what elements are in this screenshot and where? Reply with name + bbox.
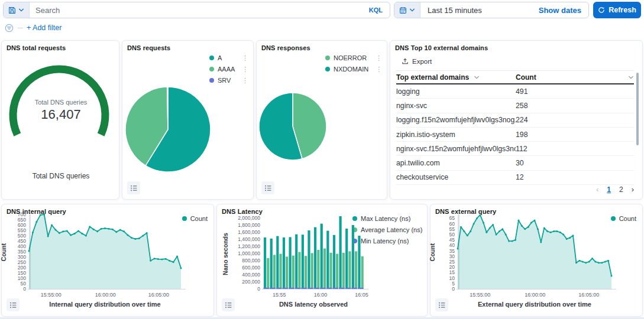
- table-row[interactable]: checkoutservice12: [396, 171, 634, 185]
- time-picker: Last 15 minutes Show dates: [394, 2, 589, 18]
- data-point: [70, 235, 72, 236]
- add-filter-button[interactable]: + Add filter: [27, 24, 62, 32]
- column-header-domains[interactable]: Top external domains: [396, 73, 516, 82]
- data-point: [146, 232, 148, 234]
- filter-bar: + Add filter: [0, 21, 644, 34]
- panel-top-external-domains: DNS Top 10 external domains Export Top e…: [390, 40, 643, 200]
- data-point: [572, 235, 574, 236]
- bar-max-latency: [314, 227, 316, 289]
- bar-min-latency: [314, 288, 320, 289]
- search-input[interactable]: [30, 6, 362, 15]
- x-tick-label: 16:05:00: [578, 292, 599, 298]
- y-tick-label: 50: [449, 232, 455, 237]
- table-scrollbar[interactable]: [636, 73, 639, 145]
- table-row[interactable]: nginx-svc.f15n2womfujehfjlwv0lgs3no...11…: [396, 142, 634, 156]
- page-2-button[interactable]: 2: [619, 185, 623, 194]
- panel-dns-external-query: DNS external query Count Count 051015202…: [430, 204, 643, 317]
- page-1-button[interactable]: 1: [607, 185, 611, 194]
- refresh-button[interactable]: Refresh: [593, 2, 641, 18]
- data-point: [540, 241, 542, 243]
- data-point: [473, 223, 475, 224]
- bar-max-latency: [276, 236, 279, 289]
- export-button[interactable]: Export: [402, 58, 432, 65]
- data-point: [578, 260, 580, 262]
- cell-domain: logging.f15n2womfujehfjlwv0lgs3nog....: [396, 116, 516, 124]
- data-point: [150, 260, 151, 262]
- saved-query-menu[interactable]: [4, 2, 30, 18]
- data-point: [89, 226, 90, 227]
- export-icon: [402, 58, 409, 65]
- y-tick-label: 65: [449, 215, 455, 221]
- legend-toggle-button[interactable]: [261, 181, 274, 194]
- bar-max-latency: [339, 216, 342, 289]
- y-tick-label: 350: [18, 249, 26, 255]
- data-point: [115, 231, 117, 233]
- gauge-value: 16,407: [2, 107, 120, 122]
- bar-average-latency: [292, 256, 295, 289]
- y-tick-label: 10: [449, 275, 455, 281]
- bar-min-latency: [289, 288, 295, 289]
- requests-pie-chart[interactable]: [122, 41, 254, 200]
- legend-toggle-button[interactable]: [435, 298, 448, 311]
- column-header-count[interactable]: Count: [516, 73, 634, 82]
- panel-dns-requests: DNS requests A ⋮ AAAA ⋮ SRV ⋮: [122, 40, 254, 200]
- table-row[interactable]: logging.f15n2womfujehfjlwv0lgs3nog....22…: [396, 113, 634, 128]
- bar-average-latency: [329, 253, 332, 289]
- data-point: [501, 228, 503, 230]
- data-point: [566, 238, 568, 240]
- data-point: [81, 233, 83, 235]
- cell-count: 198: [516, 131, 634, 139]
- show-dates-button[interactable]: Show dates: [532, 6, 588, 15]
- next-page-button[interactable]: ›: [632, 185, 634, 194]
- data-point: [457, 248, 459, 249]
- panel-dns-responses: DNS responses NOERROR ⋮ NXDOMAIN ⋮: [256, 40, 387, 200]
- data-point: [517, 220, 519, 222]
- y-tick-label: 200,000: [242, 279, 260, 285]
- y-tick-label: 5: [452, 281, 455, 287]
- panel-title: DNS Top 10 external domains: [395, 44, 488, 51]
- data-point: [546, 230, 548, 232]
- responses-pie-chart[interactable]: [257, 41, 388, 200]
- y-tick-label: 500: [18, 233, 26, 239]
- table-row[interactable]: api.twilio.com30: [396, 156, 634, 170]
- x-tick-label: 16:05:00: [148, 292, 169, 298]
- data-point: [505, 234, 507, 236]
- bar-average-latency: [323, 249, 326, 289]
- data-point: [556, 230, 558, 232]
- y-tick-label: 0: [257, 286, 260, 292]
- y-tick-label: 200: [18, 265, 26, 271]
- table-row[interactable]: logging491: [396, 84, 634, 99]
- y-tick-label: 400: [18, 243, 26, 249]
- data-point: [154, 258, 156, 259]
- data-point: [169, 260, 170, 262]
- cell-count: 224: [516, 116, 634, 124]
- kql-selector[interactable]: KQL: [362, 6, 390, 14]
- time-quick-menu[interactable]: [394, 2, 420, 18]
- data-point: [550, 232, 552, 233]
- time-range-value[interactable]: Last 15 minutes: [420, 6, 532, 15]
- data-point: [524, 228, 526, 230]
- legend-toggle-button[interactable]: [7, 298, 20, 311]
- chevron-down-icon: [18, 7, 24, 13]
- prev-page-button[interactable]: ‹: [596, 185, 598, 194]
- bar-min-latency: [270, 288, 276, 289]
- table-header: Top external domains Count: [396, 70, 634, 84]
- y-tick-label: 60: [449, 221, 455, 227]
- data-point: [467, 235, 468, 236]
- bar-max-latency: [333, 235, 335, 289]
- y-tick-label: 1,200,000: [238, 243, 260, 249]
- filter-icon[interactable]: [5, 24, 14, 32]
- bar-average-latency: [279, 254, 281, 289]
- area-fill: [458, 215, 611, 289]
- table-row[interactable]: nginx-svc258: [396, 99, 634, 113]
- cell-count: 112: [516, 145, 634, 153]
- bar-max-latency: [295, 235, 297, 289]
- legend-toggle-button[interactable]: [127, 181, 140, 194]
- legend-toggle-button[interactable]: [222, 298, 235, 311]
- y-tick-label: 2,000,000: [238, 215, 260, 221]
- data-point: [142, 235, 144, 237]
- y-tick-label: 800,000: [242, 258, 260, 263]
- table-row[interactable]: zipkin.istio-system198: [396, 128, 634, 142]
- y-tick-label: 250: [18, 259, 26, 265]
- calendar-icon: [399, 6, 407, 14]
